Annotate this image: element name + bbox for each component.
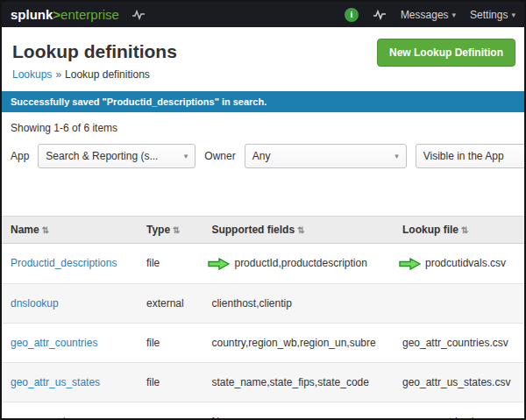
- table-row: geo_countries geo None geo_countries.kmz: [2, 402, 524, 420]
- app-filter-value: Search & Reporting (s...: [46, 150, 158, 162]
- column-header-type[interactable]: Type⇅: [138, 217, 203, 244]
- logo-splunk-text: splunk: [11, 7, 53, 22]
- settings-label: Settings: [470, 9, 508, 21]
- settings-menu[interactable]: Settings ▾: [470, 9, 515, 21]
- lookup-type: file: [138, 323, 203, 362]
- table-row: Productid_descriptions file productId,pr…: [2, 244, 524, 284]
- lookup-type: geo: [138, 402, 203, 420]
- chevron-down-icon: ▾: [394, 152, 399, 160]
- lookup-name-link[interactable]: Productid_descriptions: [11, 257, 117, 269]
- app-filter-select[interactable]: Search & Reporting (s... ▾: [38, 144, 195, 168]
- visibility-filter-select[interactable]: Visible in the App: [416, 144, 526, 168]
- breadcrumb-lookups-link[interactable]: Lookups: [12, 68, 52, 81]
- lookup-file: [394, 283, 524, 323]
- page-header: Lookup definitions New Lookup Definition…: [2, 27, 524, 81]
- success-banner: Successfully saved "Productid_descriptio…: [2, 91, 524, 112]
- logo-gt-text: >: [53, 7, 60, 22]
- lookup-fields: productId,productdescription: [203, 244, 394, 284]
- lookup-fields: None: [203, 402, 394, 420]
- lookup-fields: state_name,state_fips,state_code: [203, 362, 394, 402]
- table-header-row: Name⇅ Type⇅ Supported fields⇅ Lookup fil…: [2, 217, 524, 244]
- owner-filter-label: Owner: [204, 150, 235, 162]
- chevron-down-icon: ▾: [511, 11, 515, 19]
- sort-icon[interactable]: ⇅: [173, 225, 180, 235]
- lookup-file: geo_countries.kmz: [394, 402, 524, 420]
- sort-icon[interactable]: ⇅: [461, 225, 468, 235]
- new-lookup-definition-button[interactable]: New Lookup Definition: [377, 39, 515, 67]
- column-header-supported-fields[interactable]: Supported fields⇅: [203, 217, 394, 244]
- annotation-arrow-icon: [399, 258, 421, 270]
- info-icon[interactable]: i: [345, 8, 359, 22]
- chevron-down-icon: ▾: [452, 11, 457, 19]
- lookup-type: file: [138, 244, 203, 284]
- breadcrumb-separator: »: [55, 68, 61, 81]
- fields-text: productId,productdescription: [234, 257, 366, 269]
- messages-label: Messages: [401, 9, 449, 21]
- sort-icon[interactable]: ⇅: [42, 225, 49, 235]
- filter-bar: App Search & Reporting (s... ▾ Owner Any…: [2, 140, 524, 172]
- table-row: dnslookup external clienthost,clientip: [2, 283, 524, 323]
- lookup-fields: country,region_wb,region_un,subre: [203, 323, 394, 362]
- app-filter-label: App: [11, 150, 29, 162]
- lookup-file: geo_attr_countries.csv: [394, 323, 524, 362]
- top-nav-bar: splunk>enterprise i Messages ▾ Settings …: [2, 2, 524, 27]
- column-header-name[interactable]: Name⇅: [2, 217, 138, 244]
- visibility-filter-value: Visible in the App: [423, 150, 504, 162]
- table-row: geo_attr_countries file country,region_w…: [2, 323, 524, 362]
- lookup-type: file: [138, 362, 203, 402]
- chevron-down-icon: ▾: [184, 152, 188, 160]
- annotation-arrow-icon: [208, 258, 230, 270]
- lookup-file: geo_attr_us_states.csv: [394, 362, 524, 402]
- lookup-fields: clienthost,clientip: [203, 283, 394, 323]
- logo-product-text: enterprise: [60, 7, 119, 22]
- owner-filter-select[interactable]: Any ▾: [245, 144, 407, 168]
- lookup-name-link[interactable]: dnslookup: [11, 297, 59, 310]
- activity-icon[interactable]: [132, 10, 146, 20]
- lookup-definitions-table: Name⇅ Type⇅ Supported fields⇅ Lookup fil…: [2, 216, 524, 420]
- lookup-type: external: [138, 283, 203, 323]
- file-text: prodcutidvals.csv: [425, 257, 506, 269]
- column-header-lookup-file[interactable]: Lookup file⇅: [394, 217, 524, 244]
- sort-icon[interactable]: ⇅: [297, 225, 304, 235]
- splunk-logo[interactable]: splunk>enterprise: [11, 7, 119, 22]
- activity-icon[interactable]: [373, 10, 387, 20]
- breadcrumb-current: Lookup definitions: [65, 68, 150, 81]
- breadcrumb: Lookups»Lookup definitions: [12, 68, 514, 81]
- results-count: Showing 1-6 of 6 items: [2, 112, 524, 140]
- messages-menu[interactable]: Messages ▾: [401, 9, 456, 21]
- owner-filter-value: Any: [252, 150, 271, 162]
- lookup-name-link[interactable]: geo_countries: [11, 416, 76, 420]
- spacer: [2, 172, 524, 216]
- lookup-name-link[interactable]: geo_attr_countries: [11, 337, 97, 349]
- lookup-file: prodcutidvals.csv: [394, 244, 524, 284]
- table-row: geo_attr_us_states file state_name,state…: [2, 362, 524, 402]
- lookup-name-link[interactable]: geo_attr_us_states: [11, 376, 100, 388]
